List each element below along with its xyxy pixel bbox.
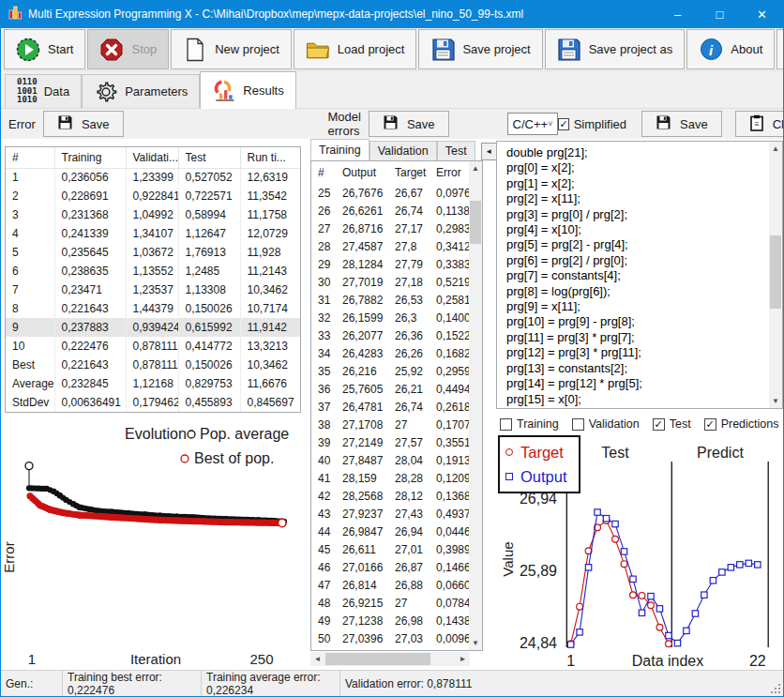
table-cell: 0,878111 <box>126 337 178 356</box>
table-row[interactable]: 40,2413391,341071,1264712,0729 <box>6 224 300 243</box>
resize-grip[interactable] <box>770 683 781 694</box>
table-row[interactable]: 60,2386351,135521,248511,2143 <box>6 262 300 280</box>
column-header[interactable]: Target <box>388 161 430 184</box>
table-row[interactable]: 4327,923727,430,493738 <box>311 505 469 523</box>
error-save-button[interactable]: Save <box>43 111 124 137</box>
table-row[interactable]: 3027,701927,180,521945 <box>311 273 469 291</box>
table-cell: 26,98 <box>388 612 430 629</box>
training-toggle[interactable]: Training <box>500 417 559 431</box>
scrollbar-thumb[interactable] <box>770 235 781 309</box>
table-row[interactable]: 20,2286910,9228410,72257111,3542 <box>6 187 300 205</box>
tab-scroll-left-button[interactable]: ◄ <box>481 143 497 160</box>
load-project-button[interactable]: Load project <box>294 29 417 69</box>
column-header[interactable]: # <box>311 161 336 184</box>
scroll-down-arrow[interactable]: ▼ <box>769 394 782 408</box>
table-row[interactable]: 4627,016626,870,146609 <box>311 558 469 576</box>
code-vscrollbar[interactable]: ▲ ▼ <box>769 142 782 408</box>
scroll-right-arrow[interactable]: ► <box>456 652 470 666</box>
table-row[interactable]: 3326,207726,360,152287 <box>311 326 469 344</box>
table-row[interactable]: 4826,9215270,078470 <box>311 594 469 612</box>
clipboard-button[interactable]: ≡ Clipboa <box>735 111 784 137</box>
simplified-checkbox[interactable]: ✓ <box>558 118 568 130</box>
column-header[interactable]: Training <box>54 147 126 168</box>
table-row[interactable]: 4128,15928,280,120951 <box>311 469 469 487</box>
table-row[interactable]: 4726,81426,880,066008 <box>311 576 469 594</box>
test-checkbox[interactable]: ✓ <box>653 418 665 431</box>
table-row[interactable]: 2626,626126,740,113891 <box>311 202 469 220</box>
table-row[interactable]: 50,2356451,036721,7691311,928 <box>6 243 300 262</box>
model-errors-save-button[interactable]: Save <box>369 111 449 137</box>
column-header[interactable]: Run ti... <box>240 147 300 168</box>
scrollbar-thumb[interactable] <box>325 653 430 665</box>
table-row[interactable]: 3426,428326,260,168276 <box>311 344 469 362</box>
table-row[interactable]: 3726,478126,740,261882 <box>311 398 469 416</box>
column-header[interactable]: Test <box>178 147 240 168</box>
table-row[interactable]: 3625,760526,210,449498 <box>311 380 469 398</box>
updates-button[interactable]: Updates <box>776 29 784 69</box>
table-row[interactable]: 4228,256828,120,136832 <box>311 487 469 505</box>
table-row[interactable]: 3927,214927,570,355103 <box>311 433 469 451</box>
table-row[interactable]: 2827,458727,80,341298 <box>311 237 469 255</box>
table-row[interactable]: 3226,159926,30,140062 <box>311 309 469 326</box>
table-cell: 0,238635 <box>54 262 126 280</box>
language-select[interactable]: C/C++ ˅ <box>507 113 559 135</box>
stop-button[interactable]: Stop <box>87 29 169 69</box>
tab-test[interactable]: Test <box>437 141 475 160</box>
table-row[interactable]: 100,2224760,8781110,41477213,3213 <box>6 337 300 356</box>
tab-validation[interactable]: Validation <box>369 141 437 160</box>
table-row[interactable]: 30,2313681,049920,5899411,1758 <box>6 205 300 224</box>
table-row[interactable]: 70,234711,235371,1330810,3462 <box>6 280 300 299</box>
close-button[interactable]: ✕ <box>741 0 783 28</box>
table-row[interactable]: 2928,128427,790,338365 <box>311 255 469 273</box>
predictions-checkbox[interactable]: ✓ <box>704 418 716 431</box>
scrollbar-thumb[interactable] <box>470 201 481 244</box>
table-row[interactable]: 10,2360561,233990,52705212,6319 <box>6 168 300 187</box>
tab-results[interactable]: Results <box>200 71 295 109</box>
about-button[interactable]: i About <box>686 29 775 69</box>
model-table-hscrollbar[interactable]: ◄ ► <box>310 652 470 666</box>
table-row[interactable]: 4426,984726,940,044650 <box>311 523 469 540</box>
tab-parameters[interactable]: Parameters <box>82 74 200 108</box>
generated-code-box[interactable]: double prg[21];prg[0] = x[2];prg[1] = x[… <box>496 141 783 409</box>
validation-checkbox[interactable] <box>572 418 584 431</box>
column-header[interactable]: # <box>6 147 54 168</box>
new-project-button[interactable]: New project <box>171 29 292 69</box>
scroll-down-arrow[interactable]: ▼ <box>469 636 482 650</box>
table-row[interactable]: 3126,788226,530,258182 <box>311 291 469 309</box>
start-button[interactable]: Start <box>4 29 85 69</box>
table-row[interactable]: 4027,848728,040,191323 <box>311 451 469 469</box>
save-project-button[interactable]: Save project <box>418 29 542 69</box>
table-row[interactable]: 80,2216431,443790,15002610,7174 <box>6 299 300 318</box>
scroll-up-arrow[interactable]: ▲ <box>769 142 782 156</box>
scroll-up-arrow[interactable]: ▲ <box>469 161 482 175</box>
model-table-vscrollbar[interactable]: ▲ ▼ <box>469 161 482 650</box>
scroll-left-arrow[interactable]: ◄ <box>310 652 324 666</box>
table-row[interactable]: 4526,61127,010,398998 <box>311 540 469 558</box>
code-save-button[interactable]: Save <box>641 111 722 137</box>
title-bar: Multi Expression Programming X - C:\Miha… <box>1 0 783 28</box>
training-checkbox[interactable] <box>500 418 512 431</box>
table-cell: 26,3 <box>388 309 430 326</box>
save-project-as-button[interactable]: Save project as <box>545 29 686 69</box>
table-row[interactable]: Best0,2216430,8781110,15002610,3462 <box>6 356 300 374</box>
table-row[interactable]: StdDev0,006364910,1794620,4558930,845697 <box>6 393 300 412</box>
tab-data[interactable]: 0110 1001 1010 Data <box>5 74 82 108</box>
table-row[interactable]: 90,2378830,9394240,61599211,9142 <box>6 318 300 337</box>
column-header[interactable]: Validati... <box>126 147 178 168</box>
test-toggle[interactable]: ✓Test <box>653 417 691 431</box>
table-cell: 3 <box>6 205 54 224</box>
minimize-button[interactable]: – <box>656 0 699 28</box>
table-row[interactable]: 2726,871627,170,298384 <box>311 220 469 237</box>
table-row[interactable]: 3827,1708270,170794 <box>311 416 469 433</box>
table-row[interactable]: 4927,123826,980,143835 <box>311 612 469 629</box>
tab-training[interactable]: Training <box>310 139 369 160</box>
table-row[interactable]: 3526,21625,920,295984 <box>311 362 469 380</box>
table-row[interactable]: 5027,039627,030,009634 <box>311 629 469 647</box>
column-header[interactable]: Output <box>336 161 388 184</box>
column-header[interactable]: Error <box>430 161 469 184</box>
table-row[interactable]: 2526,767626,670,097612 <box>311 184 469 202</box>
predictions-toggle[interactable]: ✓Predictions <box>704 417 779 431</box>
maximize-button[interactable]: □ <box>699 0 741 28</box>
validation-toggle[interactable]: Validation <box>572 417 640 431</box>
table-row[interactable]: Average0,2328451,121680,82975311,6676 <box>6 374 300 393</box>
